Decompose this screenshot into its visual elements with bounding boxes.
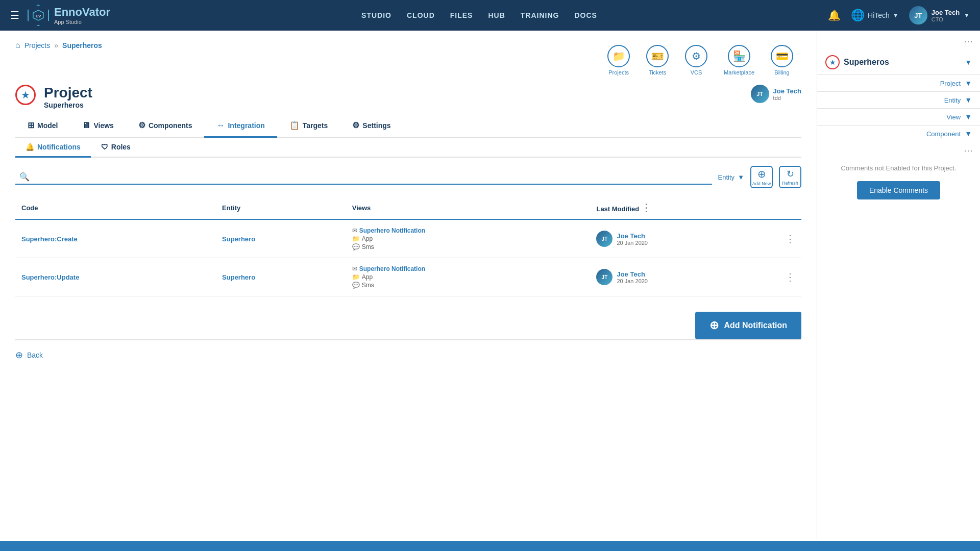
tab-settings[interactable]: ⚙ Settings [340,114,403,138]
tab-components-label: Components [149,121,192,130]
project-user-name: Joe Tech [773,87,801,95]
entity-link-1[interactable]: Superhero [222,273,255,281]
rp-entity-section-chevron-icon[interactable]: ▼ [965,96,972,104]
project-star-icon[interactable]: ★ [15,85,36,105]
globe-area[interactable]: 🌐 HiTech ▼ [851,9,899,22]
right-panel-menu-icon[interactable]: ⋯ [817,31,980,52]
refresh-button[interactable]: ↻ Refresh [779,166,801,188]
view-type-label: Sms [362,282,374,289]
top-icon-billing[interactable]: 💳 Billing [763,41,801,80]
row-modified-0: JT Joe Tech 20 Jan 2020 ⋮ [590,219,801,258]
sub-tab-notifications-label: Notifications [37,143,81,151]
model-icon: ⊞ [28,120,34,130]
view-link[interactable]: Superhero Notification [359,227,425,234]
col-views: Views [346,196,591,219]
rp-star-icon[interactable]: ★ [825,55,840,69]
sub-tabs-row: 🔔 Notifications 🛡 Roles [15,138,801,158]
tab-views[interactable]: 🖥 Views [70,114,126,138]
back-label: Back [27,351,43,359]
view-item: 💬 Sms [352,243,584,251]
sub-tab-notifications[interactable]: 🔔 Notifications [15,138,91,158]
top-icon-tickets[interactable]: 🎫 Tickets [638,41,677,80]
view-item: 📁 App [352,235,584,242]
app-icon: 📁 [352,235,360,242]
rp-component-section-chevron-icon[interactable]: ▼ [965,130,972,138]
project-user-info: Joe Tech tdd [773,87,801,101]
view-item: 💬 Sms [352,282,584,289]
tab-components[interactable]: ⚙ Components [126,114,205,138]
components-icon: ⚙ [138,120,145,130]
tab-integration[interactable]: ↔ Integration [204,114,277,138]
nav-training[interactable]: TRAINING [521,11,559,19]
main-container: ⌂ Projects » Superheros 📁 Projects 🎫 Tic… [0,31,980,551]
tabs-row: ⊞ Model 🖥 Views ⚙ Components ↔ Integrati… [15,114,801,138]
row-user-info-0: Joe Tech 20 Jan 2020 [617,232,648,246]
projects-icon-label: Projects [608,69,629,76]
row-user-name-1: Joe Tech [617,270,648,278]
billing-icon: 💳 [771,45,793,67]
nav-docs[interactable]: DOCS [574,11,597,19]
rp-dots-icon[interactable]: ⋯ [817,142,980,159]
top-icon-projects[interactable]: 📁 Projects [599,41,638,80]
rp-section-component: Component ▼ [817,125,980,142]
add-notification-plus-icon: ⊕ [709,319,719,332]
left-panel: ⌂ Projects » Superheros 📁 Projects 🎫 Tic… [0,31,817,551]
vcs-icon-label: VCS [691,69,702,76]
globe-icon: 🌐 [851,9,865,22]
views-icon: 🖥 [82,121,90,130]
user-area[interactable]: JT Joe Tech CTO ▼ [909,6,970,24]
user-info: Joe Tech CTO [932,9,960,22]
user-role: CTO [932,16,960,22]
email-icon: ✉ [352,227,357,234]
top-icon-marketplace[interactable]: 🏪 Marketplace [716,41,763,80]
notification-bell-icon[interactable]: 🔔 [828,9,841,21]
row-menu-icon-1[interactable]: ⋮ [785,271,795,283]
row-modified-1: JT Joe Tech 20 Jan 2020 ⋮ [590,258,801,296]
search-input[interactable] [34,172,708,181]
code-link-0[interactable]: Superhero:Create [21,235,78,243]
app-icon: 📁 [352,273,360,281]
top-icon-vcs[interactable]: ⚙ VCS [677,41,716,80]
code-link-1[interactable]: Superhero:Update [21,273,79,281]
notifications-table: Code Entity Views Last Modified ⋮ Superh… [15,196,801,296]
view-link[interactable]: Superhero Notification [359,265,425,272]
nav-links: STUDIO CLOUD FILES HUB TRAINING DOCS [131,11,828,19]
nav-cloud[interactable]: CLOUD [407,11,435,19]
back-button[interactable]: ⊕ Back [15,349,801,361]
billing-icon-label: Billing [774,69,789,76]
rp-project-section-chevron-icon[interactable]: ▼ [965,79,972,87]
tab-targets[interactable]: 📋 Targets [277,114,340,138]
view-type-label: App [362,235,373,242]
row-user-date-1: 20 Jan 2020 [617,278,648,284]
rp-project-label: Project [940,80,961,87]
rp-project-chevron-icon[interactable]: ▼ [965,58,972,66]
view-item: ✉ Superhero Notification [352,265,584,272]
rp-section-project: Project ▼ [817,74,980,91]
nav-hub[interactable]: HUB [488,11,505,19]
home-icon[interactable]: ⌂ [15,41,20,50]
entity-dropdown[interactable]: Entity ▼ [718,173,744,181]
row-avatar-1: JT [596,269,612,285]
user-cell-0: JT Joe Tech 20 Jan 2020 [596,231,648,247]
app-subtitle: App Studio [54,19,110,25]
rp-view-section-chevron-icon[interactable]: ▼ [965,113,972,121]
table-header-menu-icon[interactable]: ⋮ [641,202,651,213]
view-type-label: App [362,273,373,281]
targets-icon: 📋 [289,120,300,130]
add-new-button[interactable]: ⊕ Add New [750,166,773,188]
enable-comments-button[interactable]: Enable Comments [857,181,940,199]
nav-studio[interactable]: STUDIO [361,11,391,19]
entity-link-0[interactable]: Superhero [222,235,255,243]
hamburger-icon[interactable]: ☰ [10,9,19,21]
tickets-icon-label: Tickets [649,69,666,76]
row-menu-icon-0[interactable]: ⋮ [785,233,795,245]
nav-right: 🔔 🌐 HiTech ▼ JT Joe Tech CTO ▼ [828,6,970,24]
nav-files[interactable]: FILES [450,11,473,19]
sub-tab-roles[interactable]: 🛡 Roles [91,138,141,158]
tab-model[interactable]: ⊞ Model [15,114,70,138]
project-avatar: JT [751,85,769,103]
right-panel: ⋯ ★ Superheros ▼ Project ▼ Entity ▼ View… [817,31,980,551]
breadcrumb-projects[interactable]: Projects [24,41,51,49]
add-notification-button[interactable]: ⊕ Add Notification [695,312,801,339]
tab-integration-label: Integration [228,121,264,130]
